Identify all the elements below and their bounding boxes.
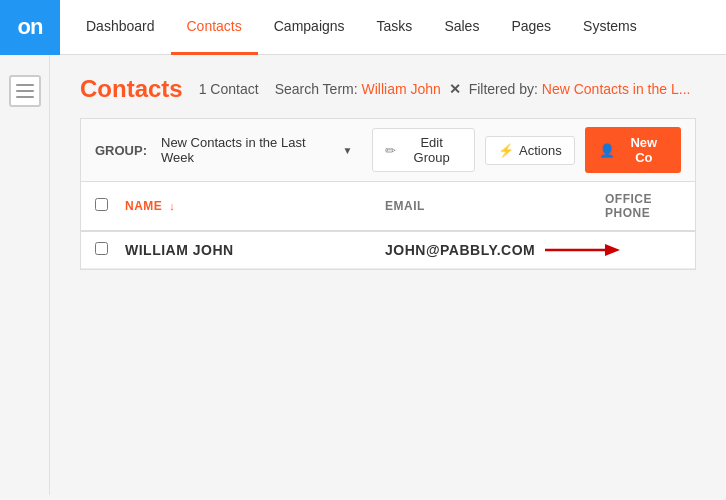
filter-value: New Contacts in the L... [542,81,691,97]
nav-item-contacts[interactable]: Contacts [171,1,258,55]
svg-rect-2 [16,96,34,98]
header-checkbox-col [95,198,125,214]
group-select-value: New Contacts in the Last Week [161,135,338,165]
toolbar: GROUP: New Contacts in the Last Week ▼ ✏… [80,118,696,182]
lightning-icon: ⚡ [498,143,514,158]
nav-item-campaigns[interactable]: Campaigns [258,1,361,55]
left-sidebar [0,55,50,495]
main-content: Contacts 1 Contact Search Term: William … [50,55,726,495]
logo-text: on [18,14,43,40]
column-header-name[interactable]: NAME ↓ [125,199,385,213]
svg-rect-0 [16,84,34,86]
sidebar-toggle-icon[interactable] [9,75,41,107]
logo: on [0,0,60,55]
nav-bar: Dashboard Contacts Campaigns Tasks Sales… [60,0,653,54]
row-checkbox-col [95,242,125,258]
page-title: Contacts [80,75,183,103]
nav-item-tasks[interactable]: Tasks [361,1,429,55]
nav-item-sales[interactable]: Sales [428,1,495,55]
top-nav: on Dashboard Contacts Campaigns Tasks Sa… [0,0,726,55]
group-select[interactable]: New Contacts in the Last Week ▼ [161,135,352,165]
chevron-down-icon: ▼ [342,145,352,156]
table-header: NAME ↓ EMAIL OFFICE PHONE [81,182,695,232]
nav-item-dashboard[interactable]: Dashboard [70,1,171,55]
person-icon: 👤 [599,143,615,158]
contact-name: William John [125,242,385,258]
group-label: GROUP: [95,143,147,158]
search-info: Search Term: William John ✕ Filtered by:… [275,81,691,97]
column-header-email[interactable]: EMAIL [385,199,605,213]
nav-item-pages[interactable]: Pages [495,1,567,55]
main-wrapper: Contacts 1 Contact Search Term: William … [0,55,726,495]
search-term-value: William John [362,81,441,97]
actions-button[interactable]: ⚡ Actions [485,136,575,165]
edit-group-button[interactable]: ✏ Edit Group [372,128,475,172]
new-contact-button[interactable]: 👤 New Co [585,127,681,173]
search-label: Search Term: [275,81,358,97]
page-header: Contacts 1 Contact Search Term: William … [80,75,696,103]
svg-rect-1 [16,90,34,92]
select-all-checkbox[interactable] [95,198,108,211]
table-row[interactable]: William John John@pabbly.com [81,232,695,269]
red-arrow-annotation [540,240,620,260]
nav-item-systems[interactable]: Systems [567,1,653,55]
row-checkbox[interactable] [95,242,108,255]
actions-label: Actions [519,143,562,158]
new-contact-label: New Co [621,135,667,165]
contact-count: 1 Contact [199,81,259,97]
column-header-phone[interactable]: OFFICE PHONE [605,192,681,220]
edit-icon: ✏ [385,143,396,158]
svg-marker-4 [605,244,620,256]
edit-group-label: Edit Group [401,135,462,165]
contact-email: John@pabbly.com [385,242,605,258]
contacts-table: NAME ↓ EMAIL OFFICE PHONE William John J… [80,182,696,270]
sort-arrow-icon: ↓ [169,200,175,212]
close-search-button[interactable]: ✕ [449,81,461,97]
filtered-label: Filtered by: [469,81,538,97]
